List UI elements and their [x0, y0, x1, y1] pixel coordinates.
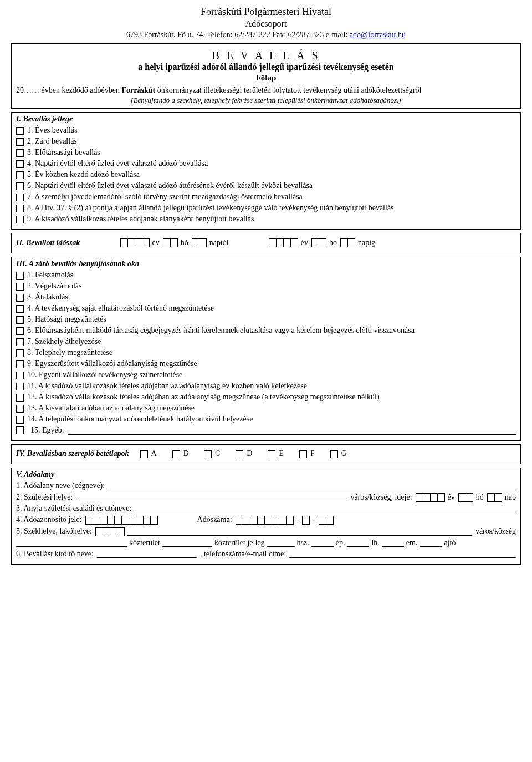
s1-item-8: 8. A Htv. 37. § (2) a) pontja alapján ál…: [27, 204, 394, 212]
birth-year-boxes[interactable]: [416, 492, 444, 502]
s3-item-8: 8. Telephely megszüntetése: [27, 348, 112, 357]
checkbox-sheet-E[interactable]: [268, 450, 275, 458]
v-l6a: 6. Bevallást kitöltő neve:: [16, 550, 94, 558]
sheet-letter-E: E: [279, 449, 284, 458]
s1-item-6: 6. Naptári évtől eltérő üzleti évet vála…: [27, 181, 313, 190]
checkbox-sheet-F[interactable]: [299, 450, 307, 458]
section-1: I. Bevallás jellege 1. Éves bevallás2. Z…: [11, 112, 521, 230]
s3-item-13: 13. A kisvállalati adóban az adóalanyisá…: [27, 404, 195, 412]
adoszam-boxes-3[interactable]: [319, 515, 333, 525]
checkbox-sheet-G[interactable]: [330, 450, 338, 458]
section-3-head: III. A záró bevallás benyújtásának oka: [16, 260, 516, 268]
v-l2b: város/község, ideje:: [350, 493, 412, 502]
checkbox-s1-1[interactable]: [16, 127, 24, 135]
title-folap: Főlap: [16, 73, 516, 83]
v-l5-fill[interactable]: [127, 527, 472, 536]
checkbox-s3-13[interactable]: [16, 405, 24, 413]
s3-item-14: 14. A települési önkormányzat adórendele…: [27, 415, 253, 423]
checkbox-s1-8[interactable]: [16, 205, 24, 212]
title-main: B E V A L L Á S: [16, 49, 516, 62]
section-2-head: II. Bevallott időszak: [16, 238, 80, 247]
day-to-boxes[interactable]: [340, 238, 355, 247]
em-fill[interactable]: [382, 539, 404, 547]
checkbox-s1-6[interactable]: [16, 182, 24, 190]
intro-post: önkormányzat illetékességi területén fol…: [155, 86, 421, 94]
kozterulet-fill[interactable]: [16, 539, 127, 547]
s3-item-9: 9. Egyszerűsített vállalkozói adóalanyis…: [27, 359, 197, 368]
egyeb-fill[interactable]: [68, 426, 516, 435]
v-ho: hó: [476, 493, 484, 502]
checkbox-sheet-A[interactable]: [140, 450, 148, 458]
checkbox-s3-9[interactable]: [16, 360, 24, 368]
checkbox-s1-2[interactable]: [16, 138, 24, 146]
checkbox-s3-10[interactable]: [16, 372, 24, 379]
lh-fill[interactable]: [347, 539, 369, 547]
year-to-boxes[interactable]: [269, 238, 298, 247]
label-ev2: év: [301, 238, 308, 247]
month-to-boxes[interactable]: [311, 238, 326, 247]
checkbox-sheet-D[interactable]: [236, 450, 243, 458]
v-ep: ép.: [336, 539, 345, 547]
s1-item-9: 9. A kisadózó vállalkozás tételes adóján…: [27, 215, 254, 223]
adoszam-boxes-2[interactable]: [302, 515, 309, 525]
checkbox-s3-14[interactable]: [16, 416, 24, 424]
checkbox-s1-9[interactable]: [16, 216, 24, 223]
s1-item-2: 2. Záró bevallás: [27, 137, 77, 145]
header-line2: Adócsoport: [11, 18, 521, 30]
checkbox-s1-7[interactable]: [16, 194, 24, 201]
checkbox-sheet-B[interactable]: [172, 450, 180, 458]
header-line3: 6793 Forráskút, Fő u. 74. Telefon: 62/28…: [11, 30, 521, 40]
label-ho2: hó: [329, 238, 337, 247]
s1-item-5: 5. Év közben kezdő adózó bevallása: [27, 170, 140, 179]
checkbox-s1-4[interactable]: [16, 160, 24, 168]
checkbox-s1-5[interactable]: [16, 171, 24, 179]
checkbox-s3-11[interactable]: [16, 383, 24, 390]
title-sub: a helyi iparűzési adóról állandó jellegű…: [16, 62, 516, 72]
month-from-boxes[interactable]: [163, 238, 177, 247]
v-l3: 3. Anyja születési családi és utóneve:: [16, 504, 131, 513]
checkbox-s3-5[interactable]: [16, 316, 24, 324]
irsz-boxes[interactable]: [95, 527, 124, 536]
checkbox-s3-2[interactable]: [16, 283, 24, 291]
section-3: III. A záró bevallás benyújtásának oka 1…: [11, 257, 521, 441]
checkbox-s1-3[interactable]: [16, 149, 24, 157]
v-l2-fill[interactable]: [76, 493, 347, 501]
v-hsz: hsz.: [297, 539, 309, 547]
v-l6-name-fill[interactable]: [97, 550, 197, 558]
v-l1-fill[interactable]: [108, 482, 516, 490]
day-from-boxes[interactable]: [192, 238, 206, 247]
checkbox-s3-1[interactable]: [16, 272, 24, 280]
checkbox-s3-8[interactable]: [16, 349, 24, 357]
birth-day-boxes[interactable]: [487, 492, 502, 502]
s1-item-3: 3. Előtársasági bevallás: [27, 148, 100, 156]
label-ev: év: [152, 238, 160, 247]
intro-line: 20…… évben kezdődő adóévben Forráskút ön…: [16, 86, 516, 95]
hsz-fill[interactable]: [267, 539, 295, 547]
s1-item-7: 7. A személyi jövedelemadóról szóló törv…: [27, 192, 303, 201]
checkbox-sheet-C[interactable]: [204, 450, 212, 458]
sheet-letter-D: D: [247, 449, 252, 458]
checkbox-s3-3[interactable]: [16, 294, 24, 302]
v-nap: nap: [505, 493, 516, 502]
section-4: IV. Bevallásban szereplő betétlapok ABCD…: [11, 444, 521, 464]
s1-item-1: 1. Éves bevallás: [27, 126, 78, 134]
ajto-fill[interactable]: [420, 539, 442, 547]
ado-azonosito-boxes[interactable]: [85, 515, 157, 525]
s3-item-11: 11. A kisadózó vállalkozások tételes adó…: [27, 382, 307, 390]
jelleg-fill[interactable]: [162, 539, 212, 547]
checkbox-s3-6[interactable]: [16, 327, 24, 335]
s3-item-10: 10. Egyéni vállalkozói tevékenység szüne…: [27, 370, 182, 379]
intro-pre: 20…… évben kezdődő adóévben: [16, 86, 122, 94]
v-l6-contact-fill[interactable]: [289, 550, 516, 558]
s3-item-1: 1. Felszámolás: [27, 271, 73, 279]
adoszam-boxes-1[interactable]: [236, 515, 293, 525]
checkbox-s3-7[interactable]: [16, 338, 24, 346]
year-from-boxes[interactable]: [120, 238, 149, 247]
header-email-link[interactable]: ado@forraskut.hu: [350, 31, 406, 39]
checkbox-s3-12[interactable]: [16, 394, 24, 402]
checkbox-s3-egyeb[interactable]: [16, 426, 24, 434]
v-l3-fill[interactable]: [135, 504, 516, 512]
birth-month-boxes[interactable]: [458, 492, 473, 502]
checkbox-s3-4[interactable]: [16, 305, 24, 313]
ep-fill[interactable]: [311, 539, 334, 547]
